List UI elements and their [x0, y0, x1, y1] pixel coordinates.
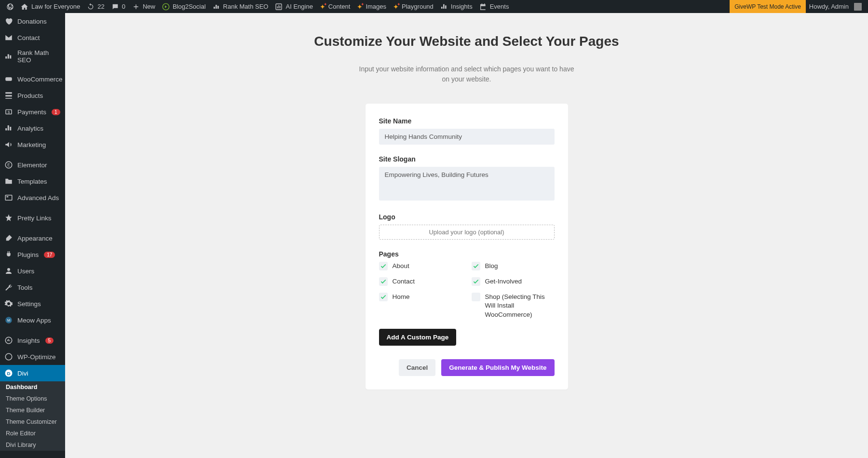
b2s-label: Blog2Social: [173, 3, 206, 10]
images-label: Images: [366, 3, 386, 10]
admin-bar-right: GiveWP Test Mode Active Howdy, Admin: [730, 0, 865, 13]
comment-icon: [111, 3, 119, 11]
avatar-icon: [854, 3, 862, 11]
comments-link[interactable]: 0: [108, 0, 129, 13]
rankmath-link[interactable]: Rank Math SEO: [209, 0, 272, 13]
wp-logo[interactable]: [3, 0, 17, 13]
site-name-text: Law for Everyone: [31, 3, 80, 10]
bars-icon: [440, 3, 448, 11]
wordpress-icon: [6, 3, 14, 11]
blog2social-link[interactable]: Blog2Social: [159, 0, 209, 13]
sparkle-icon: ✦✦: [357, 3, 363, 11]
events-label: Events: [490, 3, 509, 10]
images-link[interactable]: ✦✦Images: [353, 0, 390, 13]
ai-icon: [275, 3, 283, 11]
givewp-badge[interactable]: GiveWP Test Mode Active: [730, 0, 806, 13]
calendar-icon: [479, 3, 487, 11]
home-icon: [21, 3, 28, 11]
comments-count: 0: [122, 3, 125, 10]
plus-icon: [132, 3, 140, 11]
sparkle-icon: ✦✦: [393, 3, 399, 11]
update-icon: [87, 3, 95, 11]
howdy-text: Howdy, Admin: [809, 3, 849, 10]
updates-count: 22: [97, 3, 104, 10]
playground-link[interactable]: ✦✦Playground: [390, 0, 437, 13]
sparkle-icon: ✦✦: [320, 3, 326, 11]
content-label: Content: [328, 3, 351, 10]
new-link[interactable]: New: [129, 0, 159, 13]
events-link[interactable]: Events: [476, 0, 513, 13]
updates-link[interactable]: 22: [83, 0, 108, 13]
site-name-link[interactable]: Law for Everyone: [17, 0, 83, 13]
howdy-link[interactable]: Howdy, Admin: [806, 0, 865, 13]
ai-engine-link[interactable]: AI Engine: [271, 0, 316, 13]
insights-top-link[interactable]: Insights: [437, 0, 476, 13]
rankmath-icon: [213, 3, 220, 11]
rankmath-label: Rank Math SEO: [223, 3, 269, 10]
ai-label: AI Engine: [285, 3, 312, 10]
admin-bar: Law for Everyone 22 0 New Blog2Social Ra…: [0, 0, 868, 13]
new-label: New: [143, 3, 155, 10]
playground-label: Playground: [402, 3, 434, 10]
content-link[interactable]: ✦✦Content: [316, 0, 354, 13]
b2s-icon: [162, 3, 170, 11]
admin-bar-left: Law for Everyone 22 0 New Blog2Social Ra…: [3, 0, 730, 13]
insights-top-label: Insights: [451, 3, 473, 10]
